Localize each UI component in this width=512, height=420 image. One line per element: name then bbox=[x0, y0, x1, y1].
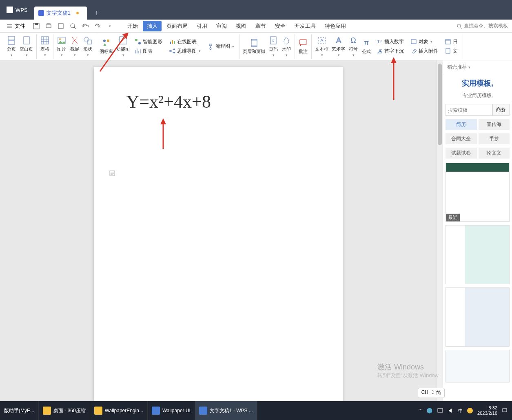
text-file-button[interactable]: 文 bbox=[443, 47, 459, 55]
document-area[interactable]: Y=x²+4x+8 bbox=[0, 60, 436, 401]
tab-security[interactable]: 安全 bbox=[271, 21, 290, 31]
taskbar-item[interactable]: Wallpaper UI bbox=[148, 401, 195, 420]
tray-volume-icon[interactable] bbox=[448, 407, 454, 414]
file-menu[interactable]: 文件 bbox=[4, 22, 28, 30]
symbol-button[interactable]: Ω 符号▾ bbox=[348, 35, 358, 57]
tag-handcopy[interactable]: 手抄 bbox=[479, 133, 510, 144]
print-icon[interactable] bbox=[45, 22, 52, 30]
chart-button[interactable]: 图表 bbox=[133, 47, 164, 55]
wordart-button[interactable]: A 艺术字▾ bbox=[332, 35, 345, 57]
page-number-button[interactable]: # 页码▾ bbox=[268, 35, 278, 57]
smartart-button[interactable]: 智能图形 bbox=[133, 38, 164, 46]
header-footer-button[interactable]: 页眉和页脚 bbox=[243, 38, 265, 55]
redo-button[interactable]: ↷ bbox=[94, 22, 101, 30]
tag-resume[interactable]: 简历 bbox=[446, 119, 477, 130]
textbox-button[interactable]: A 文本框▾ bbox=[315, 35, 328, 57]
taskbar-item[interactable]: WallpaperEngin... bbox=[90, 401, 148, 420]
svg-rect-22 bbox=[174, 41, 175, 44]
taskbar-clock[interactable]: 8:32 2023/2/10 bbox=[477, 405, 497, 416]
function-chart-button[interactable]: 功能图▾ bbox=[116, 35, 130, 57]
paragraph-handle-icon[interactable] bbox=[109, 170, 115, 176]
table-button[interactable]: 表格▾ bbox=[40, 35, 50, 57]
date-icon bbox=[445, 38, 451, 45]
tag-exam[interactable]: 试题试卷 bbox=[446, 148, 477, 159]
more-toolbar[interactable]: ▾ bbox=[106, 22, 113, 30]
tab-start[interactable]: 开始 bbox=[123, 21, 142, 31]
symbol-icon: Ω bbox=[348, 35, 358, 45]
template-item[interactable] bbox=[446, 287, 510, 347]
document-tab[interactable]: 文字文稿1 bbox=[34, 7, 87, 20]
taskbar-item[interactable]: 桌面 - 360压缩 bbox=[39, 401, 90, 420]
svg-text:Ω: Ω bbox=[350, 36, 356, 44]
ribbon-tabs: 开始 插入 页面布局 引用 审阅 视图 章节 安全 开发工具 特色应用 bbox=[123, 21, 350, 31]
screenshot-button[interactable]: 截屏▾ bbox=[70, 35, 80, 57]
blank-page-button[interactable]: 空白页▾ bbox=[20, 35, 33, 57]
textbox-icon: A bbox=[317, 35, 327, 45]
tab-page-layout[interactable]: 页面布局 bbox=[162, 21, 192, 31]
sidebar-header[interactable]: 稻壳推荐 ▾ bbox=[443, 60, 512, 74]
tab-chapter[interactable]: 章节 bbox=[251, 21, 270, 31]
tray-chevron-icon[interactable]: ⌃ bbox=[419, 408, 422, 413]
doc-tab-label: 文字文稿1 bbox=[47, 9, 71, 17]
tab-review[interactable]: 审阅 bbox=[212, 21, 231, 31]
ribbon-group-icons: 图标库 功能图▾ 智能图形 图表 在线图表 思维导图▾ 流程图▾ bbox=[96, 34, 239, 59]
wordart-icon: A bbox=[334, 35, 344, 45]
save-icon[interactable] bbox=[33, 22, 40, 30]
tray-chrome-icon[interactable] bbox=[467, 407, 473, 414]
taskbar-item[interactable]: 版助手(MyE... bbox=[0, 401, 39, 420]
tab-references[interactable]: 引用 bbox=[193, 21, 211, 31]
wps-home-tab[interactable]: WPS bbox=[0, 0, 34, 20]
flowchart-button[interactable]: 流程图▾ bbox=[206, 42, 236, 51]
template-search-button[interactable]: 商务 bbox=[492, 104, 510, 116]
shapes-button[interactable]: 形状▾ bbox=[83, 35, 93, 57]
icon-library-button[interactable]: 图标库 bbox=[100, 38, 113, 55]
shapes-icon bbox=[83, 35, 93, 45]
template-badge: 最近 bbox=[446, 214, 460, 221]
menubar: 文件 ↶▾ ↷ ▾ 开始 插入 页面布局 引用 审阅 视图 章节 安全 开发工具… bbox=[0, 20, 512, 33]
insert-number-button[interactable]: 12插入数字 bbox=[375, 38, 406, 46]
tab-insert[interactable]: 插入 bbox=[143, 21, 162, 31]
new-tab-button[interactable]: + bbox=[90, 7, 103, 20]
template-item[interactable] bbox=[446, 225, 510, 284]
notification-icon[interactable] bbox=[501, 407, 508, 414]
command-search[interactable]: 查找命令、搜索模板 bbox=[457, 22, 508, 29]
template-item[interactable]: 最近 bbox=[446, 163, 510, 222]
tab-special[interactable]: 特色应用 bbox=[321, 21, 350, 31]
equation-text[interactable]: Y=x²+4x+8 bbox=[126, 91, 310, 112]
tray-cube-icon[interactable] bbox=[426, 407, 433, 414]
comment-button[interactable]: 批注 bbox=[298, 38, 308, 55]
drop-cap-button[interactable]: A首字下沉 bbox=[375, 47, 406, 55]
tab-developer[interactable]: 开发工具 bbox=[290, 21, 320, 31]
svg-rect-2 bbox=[46, 25, 51, 28]
watermark-button[interactable]: 水印▾ bbox=[281, 35, 291, 57]
date-button[interactable]: 日 bbox=[443, 38, 459, 46]
tray-ime[interactable]: 中 bbox=[458, 408, 463, 414]
ribbon: 分页▾ 空白页▾ 表格▾ 图片▾ 截屏▾ 形状▾ 图标库 bbox=[0, 33, 512, 60]
tag-contract[interactable]: 合同大全 bbox=[446, 133, 477, 144]
template-item[interactable] bbox=[446, 350, 510, 382]
undo-button[interactable]: ↶▾ bbox=[82, 22, 89, 30]
template-search-input[interactable] bbox=[446, 104, 492, 116]
equation-button[interactable]: π 公式 bbox=[361, 38, 371, 55]
tag-flyer[interactable]: 宣传海 bbox=[479, 119, 510, 130]
object-button[interactable]: 对象▾ bbox=[409, 38, 440, 46]
document-page[interactable]: Y=x²+4x+8 bbox=[94, 67, 343, 401]
online-chart-button[interactable]: 在线图表 bbox=[167, 38, 202, 46]
mindmap-button[interactable]: 思维导图▾ bbox=[167, 47, 202, 55]
taskbar-item-active[interactable]: 文字文稿1 - WPS ... bbox=[195, 401, 257, 420]
svg-rect-49 bbox=[503, 409, 507, 412]
picture-button[interactable]: 图片▾ bbox=[57, 35, 66, 57]
icon-library-icon bbox=[102, 38, 111, 48]
scroll-thumb[interactable] bbox=[438, 64, 442, 145]
vertical-scrollbar[interactable] bbox=[436, 60, 443, 401]
tag-thesis[interactable]: 论文文 bbox=[479, 148, 510, 159]
ime-indicator[interactable]: CH ☽ 简 bbox=[418, 388, 445, 398]
print-preview-icon[interactable] bbox=[57, 22, 64, 30]
tab-view[interactable]: 视图 bbox=[232, 21, 250, 31]
attachment-button[interactable]: 插入附件 bbox=[409, 47, 440, 55]
ribbon-group-header-footer: 页眉和页脚 # 页码▾ 水印▾ bbox=[239, 34, 295, 59]
preview-icon[interactable] bbox=[69, 22, 77, 30]
tray-monitor-icon[interactable] bbox=[437, 407, 443, 414]
page-break-button[interactable]: 分页▾ bbox=[7, 35, 16, 57]
ribbon-group-table: 表格▾ bbox=[37, 34, 53, 59]
